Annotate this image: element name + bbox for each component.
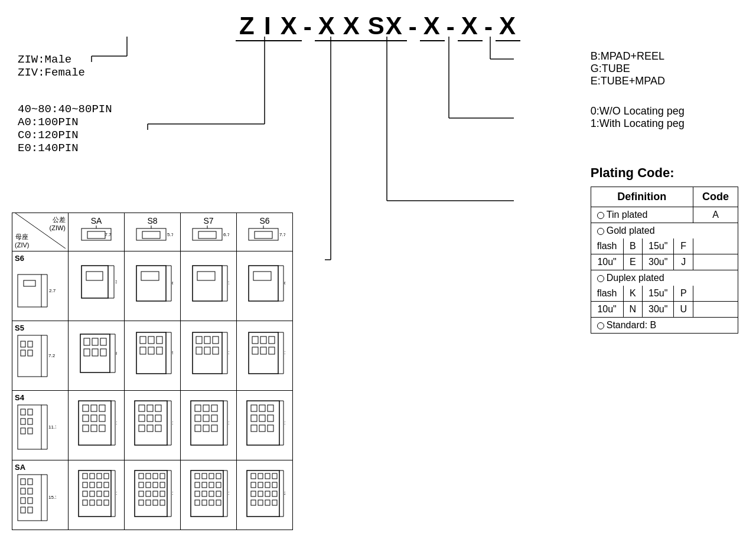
plating-header-row: Definition Code <box>591 187 738 207</box>
svg-rect-195 <box>83 473 87 479</box>
code-x1: X <box>277 12 302 41</box>
svg-rect-224 <box>139 491 144 496</box>
svg-rect-116 <box>28 409 32 415</box>
svg-rect-252 <box>216 500 221 505</box>
duplex-flash-label: flash <box>591 286 623 302</box>
svg-text:2.7: 2.7 <box>49 288 56 293</box>
svg-rect-225 <box>146 491 151 496</box>
svg-rect-74 <box>84 349 90 356</box>
col-header-sa: SA 7.7 <box>69 213 125 251</box>
svg-rect-37 <box>82 266 108 298</box>
svg-rect-202 <box>104 482 109 488</box>
svg-rect-56 <box>253 272 271 280</box>
svg-rect-71 <box>84 338 90 345</box>
svg-rect-262 <box>251 482 256 488</box>
svg-rect-250 <box>202 500 207 505</box>
svg-rect-64 <box>21 350 25 356</box>
sa-s8-drawing: 17.0 <box>132 469 173 519</box>
pin-40-80: 40~80:40~80PIN <box>18 103 112 116</box>
connector-row-s4: S4 11.7 <box>12 391 293 460</box>
connector-row-s6: S6 2.7 3.0 <box>12 251 293 321</box>
svg-rect-223 <box>160 482 165 488</box>
svg-rect-120 <box>28 428 32 434</box>
svg-rect-50 <box>197 272 215 280</box>
duplex-flash-code: K <box>623 286 643 302</box>
svg-rect-237 <box>195 473 200 479</box>
connector-header-row: 公差(ZIW) 母座(ZIV) SA 7.7 S8 <box>12 213 293 251</box>
gold-30u-label: 30u" <box>643 254 674 270</box>
svg-rect-103 <box>249 332 278 374</box>
s5-s7-cell: 11.0 <box>181 321 237 391</box>
svg-rect-143 <box>139 415 145 421</box>
svg-text:17.0: 17.0 <box>172 491 173 496</box>
s5-side-drawing: 7.2 <box>15 332 56 385</box>
s4-s8-drawing: 14.0 <box>132 399 173 449</box>
packing-e: E:TUBE+MPAD <box>591 75 738 87</box>
svg-rect-273 <box>272 500 277 505</box>
svg-rect-117 <box>21 419 25 424</box>
svg-rect-266 <box>251 491 256 496</box>
s6-side-drawing: 2.7 <box>15 263 56 316</box>
svg-rect-220 <box>139 482 144 488</box>
svg-rect-104 <box>252 336 258 344</box>
locating-0: 0:W/O Locating peg <box>591 105 738 117</box>
svg-rect-199 <box>83 482 87 488</box>
svg-rect-176 <box>268 425 273 432</box>
standard-row: Standard: B <box>591 318 738 334</box>
svg-rect-246 <box>202 491 207 496</box>
gold-circle <box>597 228 604 235</box>
sa-sa-cell: 15.7 <box>69 460 125 530</box>
pin-lines: 40~80:40~80PIN A0:100PIN C0:120PIN E0:14… <box>18 103 112 155</box>
svg-rect-125 <box>79 401 111 445</box>
svg-rect-161 <box>203 425 209 432</box>
svg-rect-97 <box>204 347 210 354</box>
part-number-area: Z I X - X X SX - X - X - X <box>89 12 726 41</box>
right-info: B:MPAD+REEL G:TUBE E:TUBE+MPAD 0:W/O Loc… <box>591 50 738 334</box>
svg-rect-20 <box>142 231 160 238</box>
svg-rect-131 <box>99 415 105 421</box>
svg-rect-154 <box>195 405 201 411</box>
svg-text:14.0: 14.0 <box>172 420 173 426</box>
svg-rect-263 <box>258 482 263 488</box>
svg-rect-160 <box>195 425 201 432</box>
svg-rect-134 <box>99 425 105 432</box>
svg-rect-87 <box>157 347 162 354</box>
svg-rect-133 <box>91 425 97 432</box>
header-s6-drawing: 7.7 <box>244 226 285 246</box>
s6-s8-cell: 6.0 <box>125 251 181 321</box>
col-header-s7: S7 6.7 <box>181 213 237 251</box>
svg-rect-31 <box>18 274 41 307</box>
duplex-30u-label: 30u" <box>643 302 674 318</box>
svg-rect-106 <box>269 336 275 344</box>
svg-rect-265 <box>272 482 277 488</box>
svg-rect-259 <box>258 473 263 479</box>
svg-rect-244 <box>216 482 221 488</box>
svg-text:8.0: 8.0 <box>116 351 117 356</box>
svg-rect-218 <box>153 473 158 479</box>
svg-rect-127 <box>91 405 97 411</box>
svg-rect-65 <box>28 350 32 356</box>
svg-rect-142 <box>155 405 161 411</box>
svg-rect-227 <box>160 491 165 496</box>
gold-plated-label: Gold plated <box>591 223 738 239</box>
code-xx1: X <box>315 12 340 41</box>
s5-sa-cell: 8.0 <box>69 321 125 391</box>
svg-text:6.0: 6.0 <box>172 280 173 286</box>
svg-rect-207 <box>83 500 87 505</box>
svg-rect-130 <box>91 415 97 421</box>
svg-rect-119 <box>21 428 25 434</box>
svg-rect-156 <box>211 405 217 411</box>
svg-rect-168 <box>251 405 257 411</box>
header-sa-drawing: 7.7 <box>76 226 117 246</box>
tin-circle <box>597 212 604 219</box>
svg-rect-49 <box>193 266 222 301</box>
svg-rect-189 <box>28 507 32 513</box>
s6-s7-cell: 7.0 <box>181 251 237 321</box>
svg-rect-158 <box>203 415 209 421</box>
svg-rect-243 <box>209 482 214 488</box>
svg-rect-139 <box>135 401 167 445</box>
code-x4: X <box>496 12 520 41</box>
header-s7-drawing: 6.7 <box>188 226 229 246</box>
locating-1: 1:With Locating peg <box>591 117 738 130</box>
s5-s7-drawing: 11.0 <box>188 329 229 380</box>
